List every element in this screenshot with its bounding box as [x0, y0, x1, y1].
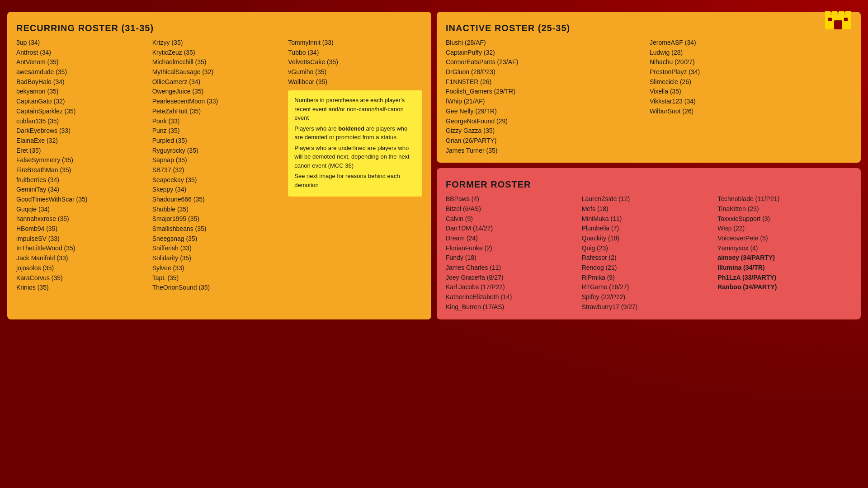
- player-item: Smallishbeans (35): [152, 224, 287, 234]
- former-players-grid: BBPaws (4)Bitzel (6/AS)Calvin (9)DanTDM …: [446, 194, 852, 312]
- player-item: Technoblade (11/P21): [717, 194, 852, 204]
- recurring-players-grid: 5up (34)Antfrost (34)AntVenom (35)awesam…: [16, 38, 422, 293]
- player-item: Sneegsnag (35): [152, 234, 287, 244]
- player-item: Rafessor (2): [582, 253, 716, 263]
- player-item: DarkEyebrows (33): [16, 126, 151, 136]
- player-item: Vixella (35): [650, 87, 852, 97]
- player-item: Vikkstar123 (34): [650, 97, 852, 107]
- player-item: Sylvee (33): [152, 263, 287, 273]
- player-item: Tubbo (34): [288, 48, 422, 58]
- player-item: Ranboo (34/PARTY): [717, 282, 852, 292]
- svg-rect-6: [828, 18, 832, 21]
- svg-rect-7: [844, 18, 848, 21]
- player-item: Spifey (22/P22): [582, 292, 716, 302]
- player-item: MythicalSausage (32): [152, 67, 287, 77]
- svg-rect-0: [825, 11, 830, 15]
- player-item: Michaelmcchill (35): [152, 57, 287, 67]
- player-item: ToxxxicSupport (3): [717, 214, 852, 224]
- player-item: Strawburry17 (9/27): [582, 302, 716, 312]
- player-item: Eret (35): [16, 146, 151, 156]
- player-item: Illumina (34/TR): [717, 263, 852, 273]
- player-item: jojosolos (35): [16, 263, 151, 273]
- inactive-card: INACTIVE ROSTER (25-35) Blushi (28/AF)Ca…: [437, 12, 861, 163]
- player-item: Grian (26/PARTY): [446, 136, 648, 146]
- player-item: FireBreathMan (35): [16, 165, 151, 175]
- player-item: PeteZahHutt (35): [152, 107, 287, 117]
- player-item: OllieGamerz (34): [152, 77, 287, 87]
- player-item: DanTDM (14/27): [446, 224, 580, 234]
- player-item: GeminiTay (34): [16, 185, 151, 195]
- inactive-players-grid: Blushi (28/AF)CaptainPuffy (32)ConnorEat…: [446, 38, 852, 155]
- player-item: CapitanGato (32): [16, 97, 151, 107]
- player-item: fWhip (21/AF): [446, 97, 648, 107]
- player-item: Skeppy (34): [152, 185, 287, 195]
- recurring-col3-notes: TommyInnit (33)Tubbo (34)VelvetIsCake (3…: [288, 38, 422, 293]
- player-item: Fundy (18): [446, 253, 580, 263]
- player-item: SB737 (32): [152, 165, 287, 175]
- player-item: Wallibear (35): [288, 77, 422, 87]
- player-item: TheOrionSound (35): [152, 283, 287, 293]
- player-item: TommyInnit (33): [288, 38, 422, 48]
- player-item: 5up (34): [16, 38, 151, 48]
- player-item: KryticZeuz (35): [152, 48, 287, 58]
- player-item: FlorianFunke (2): [446, 244, 580, 253]
- notes-line2: Players who are boldened are players who…: [294, 124, 416, 142]
- player-item: KaraCorvus (35): [16, 273, 151, 283]
- player-item: Karl Jacobs (17/P22): [446, 282, 580, 292]
- player-item: CaptainPuffy (32): [446, 48, 648, 58]
- player-item: Wisp (22): [717, 224, 852, 234]
- player-item: RTGame (16/27): [582, 282, 716, 292]
- player-item: GeorgeNotFound (29): [446, 117, 648, 127]
- player-item: Jack Manifold (33): [16, 253, 151, 263]
- player-item: Mefs (18): [582, 204, 716, 214]
- player-item: TinaKitten (23): [717, 204, 852, 214]
- former-col3: Technoblade (11/P21)TinaKitten (23)Toxxx…: [717, 194, 852, 312]
- main-content: RECURRING ROSTER (31-35) 5up (34)Antfros…: [0, 12, 868, 325]
- player-item: vGumiho (35): [288, 67, 422, 77]
- player-item: Yammyxox (4): [717, 244, 852, 253]
- player-item: fruitberries (34): [16, 175, 151, 185]
- player-item: PearlesecentMoon (33): [152, 97, 287, 107]
- recurring-col2: Krtzyy (35)KryticZeuz (35)Michaelmcchill…: [152, 38, 287, 293]
- player-item: Guqqie (34): [16, 205, 151, 215]
- svg-rect-3: [845, 11, 851, 15]
- player-item: WilburSoot (26): [650, 107, 852, 117]
- player-item: cubfan135 (35): [16, 117, 151, 127]
- player-item: AntVenom (35): [16, 57, 151, 67]
- player-item: Purpled (35): [152, 136, 287, 146]
- player-item: ConnorEatsPants (23/AF): [446, 57, 648, 67]
- player-item: Shadoune666 (35): [152, 195, 287, 205]
- notes-line4: See next image for reasons behind each d…: [294, 172, 416, 189]
- inactive-title: INACTIVE ROSTER (25-35): [446, 19, 852, 34]
- player-item: VoiceoverPete (5): [717, 234, 852, 244]
- left-panel: RECURRING ROSTER (31-35) 5up (34)Antfros…: [7, 12, 431, 319]
- inactive-col1: Blushi (28/AF)CaptainPuffy (32)ConnorEat…: [446, 38, 648, 155]
- player-item: VelvetIsCake (35): [288, 57, 422, 67]
- player-item: Solidarity (35): [152, 253, 287, 263]
- player-item: OwengeJuice (35): [152, 87, 287, 97]
- player-item: Antfrost (34): [16, 48, 151, 58]
- player-item: RlPmika (9): [582, 273, 716, 283]
- player-item: Nihachu (20/27): [650, 57, 852, 67]
- player-item: BadBoyHalo (34): [16, 77, 151, 87]
- svg-rect-5: [834, 20, 842, 29]
- player-item: Punz (35): [152, 126, 287, 136]
- player-item: Slimecicle (26): [650, 77, 852, 87]
- boldened-text: boldened: [338, 125, 364, 132]
- player-item: James Charles (11): [446, 263, 580, 273]
- svg-rect-1: [832, 11, 837, 15]
- former-col2: LaurenZside (12)Mefs (18)MiniMuka (11)Pl…: [582, 194, 716, 312]
- player-item: Gizzy Gazza (35): [446, 126, 648, 136]
- player-item: King_Burren (17/AS): [446, 302, 580, 312]
- header: [0, 0, 868, 12]
- player-item: Ludwig (28): [650, 48, 852, 58]
- player-item: Joey Graceffa (8/27): [446, 273, 580, 283]
- player-item: DrGluon (28/P23): [446, 67, 648, 77]
- player-item: BBPaws (4): [446, 194, 580, 204]
- player-item: hannahxxrose (35): [16, 214, 151, 224]
- player-item: Seapeekay (35): [152, 175, 287, 185]
- notes-box: Numbers in parentheses are each player's…: [288, 90, 422, 197]
- player-item: KatherineElizabeth (14): [446, 292, 580, 302]
- player-item: PrestonPlayz (34): [650, 67, 852, 77]
- player-item: Rendog (21): [582, 263, 716, 273]
